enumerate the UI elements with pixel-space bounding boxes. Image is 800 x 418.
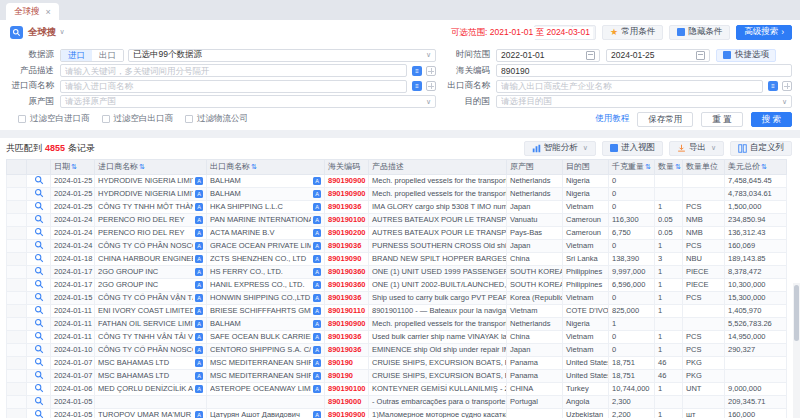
tutorial-link[interactable]: 使用教程 (595, 113, 629, 125)
exporter-translate-icon[interactable]: A (313, 294, 321, 302)
table-row[interactable]: 2024-01-25 CÔNG TY TNHH MỘT THÀNH VIÊN Đ… (7, 200, 787, 213)
favorites-button[interactable]: ★ 常用条件 (602, 25, 663, 40)
importer-translate-icon[interactable]: A (195, 229, 203, 237)
header-quantity[interactable]: 数量⇅ (655, 159, 683, 174)
exporter-translate-icon[interactable]: A (313, 307, 321, 315)
row-search-cell[interactable] (27, 317, 51, 330)
table-row[interactable]: 2024-01-24 PERENCO RIO DEL REYA ACTA MAR… (7, 226, 787, 239)
enter-view-button[interactable]: 进入视图 (602, 141, 663, 156)
smart-analysis-button[interactable]: 智能分析 ∨ (524, 141, 596, 156)
row-search-cell[interactable] (27, 356, 51, 369)
start-date-input[interactable] (501, 50, 571, 61)
filter-blank-importer-checkbox[interactable]: 过滤空白进口商 (18, 113, 90, 125)
more-options-icon[interactable] (426, 81, 436, 91)
filter-logistics-checkbox[interactable]: 过滤物流公司 (185, 113, 248, 125)
exporter-translate-icon[interactable]: A (313, 190, 321, 198)
header-usd-total[interactable]: 美元总价⇅ (725, 159, 787, 174)
importer-translate-icon[interactable]: A (195, 359, 203, 367)
table-row[interactable]: 2024-01-25 HYDRODIVE NIGERIA LIMITEDA BA… (7, 174, 787, 187)
table-row[interactable]: 2024-01-05 A A 89019000 - Outras embarca… (7, 395, 787, 408)
reset-button[interactable]: 重 置 (701, 112, 742, 127)
row-search-cell[interactable] (27, 252, 51, 265)
row-search-cell[interactable] (27, 330, 51, 343)
hide-conditions-button[interactable]: 隐藏条件 (669, 25, 730, 40)
save-common-button[interactable]: 保存常用 (637, 112, 693, 127)
search-button[interactable]: 搜 索 (751, 112, 792, 127)
importer-translate-icon[interactable]: A (195, 216, 203, 224)
exporter-translate-icon[interactable]: A (313, 281, 321, 289)
dest-country-select[interactable]: 请选择目的国 ∨ (496, 95, 792, 108)
origin-country-select[interactable]: 请选择原产国 ∨ (60, 95, 436, 108)
tab-global-search[interactable]: 全球搜 × (6, 3, 59, 20)
table-row[interactable]: 2024-01-24 PERENCO RIO DEL REYA PAN MARI… (7, 213, 787, 226)
importer-translate-icon[interactable]: A (195, 411, 203, 418)
importer-translate-icon[interactable]: A (195, 268, 203, 276)
exporter-translate-icon[interactable]: A (313, 333, 321, 341)
table-row[interactable]: 2024-01-17 2GO GROUP INCA HS FERRY CO., … (7, 265, 787, 278)
row-search-cell[interactable] (27, 343, 51, 356)
table-row[interactable]: 2024-01-17 2GO GROUP INCA HANIL EXPRESS … (7, 278, 787, 291)
exporter-translate-icon[interactable]: A (313, 372, 321, 380)
row-search-cell[interactable] (27, 291, 51, 304)
exporter-translate-icon[interactable]: A (313, 385, 321, 393)
importer-translate-icon[interactable]: A (195, 320, 203, 328)
importer-translate-icon[interactable]: A (195, 294, 203, 302)
header-exporter[interactable]: 出口商名称⇅ (207, 159, 325, 174)
row-search-cell[interactable] (27, 304, 51, 317)
importer-translate-icon[interactable]: A (195, 203, 203, 211)
more-options-icon[interactable] (426, 66, 436, 76)
import-toggle[interactable]: 进口 (61, 50, 92, 61)
table-row[interactable]: 2024-01-25 HYDRODIVE NIGERIA LIMITEDA BA… (7, 187, 787, 200)
exporter-input[interactable] (501, 81, 758, 92)
table-row[interactable]: 2024-01-18 CHINA HARBOUR ENGINEERING CO … (7, 252, 787, 265)
importer-translate-icon[interactable]: A (195, 346, 203, 354)
batch-input-icon[interactable]: ≡ (412, 81, 422, 91)
exporter-translate-icon[interactable]: A (313, 203, 321, 211)
header-kg-weight[interactable]: 千克重量⇅ (609, 159, 655, 174)
table-row[interactable]: 2024-01-11 FATHAN OIL SERVICE LIMITEDA B… (7, 317, 787, 330)
row-search-cell[interactable] (27, 174, 51, 187)
importer-translate-icon[interactable]: A (195, 281, 203, 289)
row-search-cell[interactable] (27, 382, 51, 395)
table-row[interactable]: 2024-01-07 MSC BAHAMAS LTDA MSC MEDITERR… (7, 356, 787, 369)
calendar-icon[interactable] (696, 51, 705, 60)
batch-input-icon[interactable]: ≡ (412, 66, 422, 76)
row-search-cell[interactable] (27, 369, 51, 382)
exporter-translate-icon[interactable]: A (313, 242, 321, 250)
advanced-search-button[interactable]: 高级搜索 › (736, 25, 792, 40)
importer-translate-icon[interactable]: A (195, 333, 203, 341)
product-desc-input[interactable] (65, 65, 402, 76)
scrollbar-thumb[interactable] (794, 285, 799, 341)
export-toggle[interactable]: 出口 (92, 50, 123, 61)
importer-translate-icon[interactable]: A (195, 190, 203, 198)
importer-input[interactable] (65, 81, 402, 92)
importer-translate-icon[interactable]: A (195, 307, 203, 315)
hs-code-input[interactable] (501, 65, 787, 76)
exporter-translate-icon[interactable]: A (313, 229, 321, 237)
more-options-icon[interactable] (782, 81, 792, 91)
table-row[interactable]: 2024-01-11 ENI IVORY COAST LIMITEDA BRIE… (7, 304, 787, 317)
exporter-translate-icon[interactable]: A (313, 255, 321, 263)
table-row[interactable]: 2024-01-05 TUROPOV UMAR MA'MUR O'G'LIA Ц… (7, 408, 787, 418)
row-search-cell[interactable] (27, 265, 51, 278)
batch-input-icon[interactable]: ≡ (768, 81, 778, 91)
quick-options-button[interactable]: 快捷选项 (716, 49, 776, 62)
table-row[interactable]: 2024-01-06 MED ÇORLU DENİZCİLİK ANONİM Ş… (7, 382, 787, 395)
exporter-translate-icon[interactable]: A (313, 320, 321, 328)
row-search-cell[interactable] (27, 226, 51, 239)
table-row[interactable]: 2024-01-11 CÔNG TY TNHH VẬN TẢI VIỆT THU… (7, 330, 787, 343)
row-search-cell[interactable] (27, 395, 51, 408)
data-source-select[interactable]: 已选中99个数据源 ∨ (128, 49, 436, 62)
vertical-scrollbar[interactable] (793, 283, 800, 418)
export-button[interactable]: 导出 ∨ (669, 141, 724, 156)
table-row[interactable]: 2024-01-07 MSC BAHAMAS LTDA MSC MEDITERR… (7, 369, 787, 382)
table-row[interactable]: 2024-01-24 CÔNG TY CỔ PHẦN NOSCO SHIPYAR… (7, 239, 787, 252)
header-importer[interactable]: 进口商名称⇅ (95, 159, 207, 174)
end-date-input[interactable] (611, 50, 681, 61)
importer-translate-icon[interactable]: A (195, 255, 203, 263)
row-search-cell[interactable] (27, 200, 51, 213)
table-row[interactable]: 2024-01-15 CÔNG TY CỔ PHẦN VẬN TẢI VÀ TI… (7, 291, 787, 304)
row-search-cell[interactable] (27, 213, 51, 226)
custom-columns-button[interactable]: 自定义列 (730, 141, 792, 156)
exporter-translate-icon[interactable]: A (313, 268, 321, 276)
